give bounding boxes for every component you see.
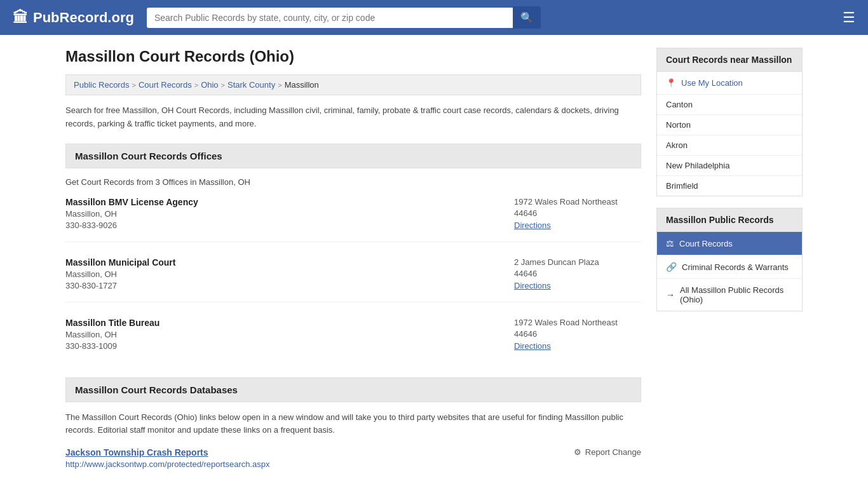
public-records-box: Massillon Public Records ⚖ Court Records… xyxy=(656,208,803,311)
office-item: Massillon Municipal Court Massillon, OH … xyxy=(65,257,641,302)
page-description: Search for free Massillon, OH Court Reco… xyxy=(65,104,641,131)
logo-icon: 🏛 xyxy=(13,9,28,27)
office-right: 1972 Wales Road Northeast 44646 Directio… xyxy=(514,197,641,230)
site-header: 🏛 PubRecord.org 🔍 ☰ xyxy=(0,0,868,35)
office-city: Massillon, OH xyxy=(65,209,198,219)
databases-description: The Massillon Court Records (Ohio) links… xyxy=(65,411,641,438)
offices-section-header: Massillon Court Records Offices xyxy=(65,144,641,168)
use-location-label: Use My Location xyxy=(681,78,743,88)
office-name: Massillon Municipal Court xyxy=(65,257,175,268)
search-icon: 🔍 xyxy=(520,12,533,23)
logo-text: PubRecord.org xyxy=(33,10,134,26)
report-change-label: Report Change xyxy=(585,447,641,457)
office-left: Massillon Municipal Court Massillon, OH … xyxy=(65,257,175,290)
office-right: 1972 Wales Road Northeast 44646 Directio… xyxy=(514,318,641,351)
office-left: Massillon BMV License Agency Massillon, … xyxy=(65,197,198,230)
office-zip: 44646 xyxy=(514,208,641,218)
breadcrumb-stark-county[interactable]: Stark County xyxy=(227,80,275,90)
breadcrumb-sep-1: > xyxy=(132,81,135,89)
report-change-icon: ⚙ xyxy=(574,447,581,457)
breadcrumb-court-records[interactable]: Court Records xyxy=(139,80,192,90)
breadcrumb-public-records[interactable]: Public Records xyxy=(74,80,129,90)
offices-list: Massillon BMV License Agency Massillon, … xyxy=(65,197,641,362)
logo[interactable]: 🏛 PubRecord.org xyxy=(13,9,134,27)
pub-records-court-records[interactable]: ⚖ Court Records xyxy=(657,232,802,255)
use-location-button[interactable]: 📍 Use My Location xyxy=(657,72,802,95)
all-records-icon: → xyxy=(666,290,675,300)
search-button[interactable]: 🔍 xyxy=(513,6,541,29)
directions-link[interactable]: Directions xyxy=(514,341,551,351)
office-zip: 44646 xyxy=(514,269,641,278)
breadcrumb-sep-2: > xyxy=(194,81,198,89)
database-title-link[interactable]: Jackson Township Crash Reports xyxy=(65,447,208,458)
office-name: Massillon Title Bureau xyxy=(65,318,159,328)
nearby-link-canton[interactable]: Canton xyxy=(657,95,802,115)
nearby-link-brimfield[interactable]: Brimfield xyxy=(657,176,802,196)
office-item: Massillon BMV License Agency Massillon, … xyxy=(65,197,641,242)
breadcrumb-massillon: Massillon xyxy=(285,80,319,90)
databases-section-header: Massillon Court Records Databases xyxy=(65,377,641,402)
database-info: Jackson Township Crash Reports http://ww… xyxy=(65,447,270,469)
breadcrumb-sep-3: > xyxy=(221,81,225,89)
office-right: 2 James Duncan Plaza 44646 Directions xyxy=(514,257,641,290)
report-change-button[interactable]: ⚙ Report Change xyxy=(574,447,641,457)
pub-records-all[interactable]: → All Massillon Public Records (Ohio) xyxy=(657,279,802,311)
nearby-link-norton[interactable]: Norton xyxy=(657,115,802,135)
office-name: Massillon BMV License Agency xyxy=(65,197,198,207)
directions-link[interactable]: Directions xyxy=(514,220,551,230)
office-count: Get Court Records from 3 Offices in Mass… xyxy=(65,177,641,187)
databases-section: Massillon Court Records Databases The Ma… xyxy=(65,377,641,470)
criminal-records-icon: 🔗 xyxy=(666,262,677,272)
office-zip: 44646 xyxy=(514,329,641,339)
office-phone: 330-833-9026 xyxy=(65,220,198,230)
database-url-link[interactable]: http://www.jacksontwp.com/protected/repo… xyxy=(65,459,270,469)
court-records-icon: ⚖ xyxy=(666,238,674,248)
breadcrumb: Public Records > Court Records > Ohio > … xyxy=(65,74,641,95)
all-records-label: All Massillon Public Records (Ohio) xyxy=(680,285,793,304)
office-address: 1972 Wales Road Northeast xyxy=(514,197,641,207)
nearby-link-new-philadelphia[interactable]: New Philadelphia xyxy=(657,156,802,176)
court-records-label: Court Records xyxy=(679,239,733,248)
office-address: 1972 Wales Road Northeast xyxy=(514,318,641,327)
breadcrumb-ohio[interactable]: Ohio xyxy=(201,80,218,90)
nearby-header: Court Records near Massillon xyxy=(657,48,802,72)
office-left: Massillon Title Bureau Massillon, OH 330… xyxy=(65,318,159,351)
nearby-link-akron[interactable]: Akron xyxy=(657,135,802,156)
breadcrumb-sep-4: > xyxy=(278,81,281,89)
office-item: Massillon Title Bureau Massillon, OH 330… xyxy=(65,318,641,362)
menu-button[interactable]: ☰ xyxy=(843,10,855,26)
nearby-box: Court Records near Massillon 📍 Use My Lo… xyxy=(656,48,803,196)
sidebar: Court Records near Massillon 📍 Use My Lo… xyxy=(656,48,803,469)
office-phone: 330-830-1727 xyxy=(65,281,175,290)
location-icon: 📍 xyxy=(666,78,676,88)
page-title: Massillon Court Records (Ohio) xyxy=(65,48,641,65)
office-city: Massillon, OH xyxy=(65,269,175,279)
search-input[interactable] xyxy=(147,8,513,28)
directions-link[interactable]: Directions xyxy=(514,281,551,290)
pub-records-criminal[interactable]: 🔗 Criminal Records & Warrants xyxy=(657,255,802,279)
main-container: Massillon Court Records (Ohio) Public Re… xyxy=(53,35,815,482)
office-city: Massillon, OH xyxy=(65,330,159,339)
public-records-header: Massillon Public Records xyxy=(657,208,802,232)
office-phone: 330-833-1009 xyxy=(65,341,159,351)
search-area: 🔍 xyxy=(147,6,541,29)
database-entry: Jackson Township Crash Reports http://ww… xyxy=(65,447,641,469)
hamburger-icon: ☰ xyxy=(843,10,855,25)
office-address: 2 James Duncan Plaza xyxy=(514,257,641,267)
content-area: Massillon Court Records (Ohio) Public Re… xyxy=(65,48,641,469)
criminal-records-label: Criminal Records & Warrants xyxy=(682,262,789,272)
